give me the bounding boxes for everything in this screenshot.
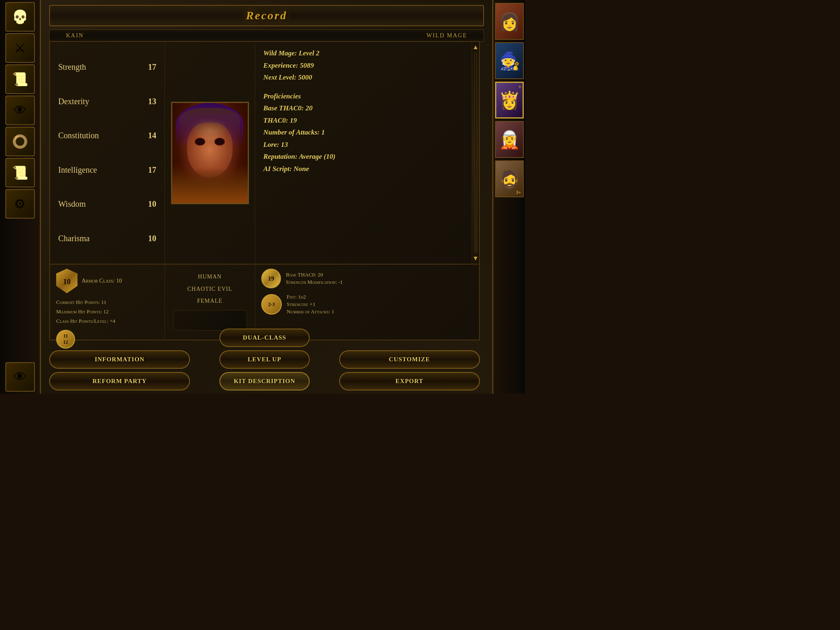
main-content: Record KAIN WILD MAGE Strength 17 Dexter… — [41, 0, 492, 394]
experience: Experience: 5089 — [263, 60, 463, 71]
left-sidebar: 💀 ⚔ 📜 👁 ⭕ 📜 ⚙ 👁 — [0, 0, 41, 394]
upper-panel: Strength 17 Dexterity 13 Constitution 14… — [49, 41, 480, 265]
charisma-row: Charisma 10 — [58, 231, 156, 246]
info-gap — [263, 84, 463, 89]
skull-icon: 💀 — [12, 9, 28, 25]
sidebar-icon-eye[interactable]: 👁 — [5, 96, 35, 125]
ai-script: AI Script: None — [263, 164, 463, 174]
buttons-area: INFORMATION REFORM PARTY DUAL-CLASS LEVE… — [49, 329, 480, 390]
portrait-inner — [172, 103, 248, 203]
weapon-attacks: Number of Attacks: 1 — [287, 308, 334, 315]
sidebar-icon-scroll1[interactable]: 📜 — [5, 64, 35, 94]
constitution-row: Constitution 14 — [58, 128, 156, 143]
right-buttons: CUSTOMIZE EXPORT — [339, 350, 480, 390]
num-attacks: Number of Attacks: 1 — [263, 127, 463, 138]
record-title: Record — [58, 9, 475, 22]
information-button[interactable]: INFORMATION — [49, 350, 190, 369]
left-buttons: INFORMATION REFORM PARTY — [49, 350, 190, 390]
sidebar-icon-gear[interactable]: ⚙ — [5, 189, 35, 219]
gender-label: FEMALE — [197, 298, 223, 304]
sidebar-icon-scroll2[interactable]: 📜 — [5, 158, 35, 187]
thac0-section: 19 Base THAC0: 20 Strength Modification:… — [261, 269, 473, 288]
armor-class-value: 10 — [63, 278, 71, 286]
weapon-info: Fist: 1d2 Strength: +1 Number of Attacks… — [287, 293, 334, 316]
strength-row: Strength 17 — [58, 60, 156, 74]
character-portrait[interactable] — [171, 102, 249, 204]
thac0-badge: 19 — [261, 269, 281, 288]
dexterity-label: Dexterity — [58, 97, 89, 106]
proficiencies: Proficiencies — [263, 91, 463, 102]
class-hp: Class Hit Points/Level: +4 — [56, 317, 158, 325]
race-label: HUMAN — [198, 274, 222, 280]
max-hp: Maximum Hit Points: 12 — [56, 308, 158, 315]
constitution-label: Constitution — [58, 131, 99, 140]
wisdom-label: Wisdom — [58, 199, 86, 209]
scroll-icon: 📜 — [12, 71, 28, 87]
next-level: Next Level: 5000 — [263, 72, 463, 83]
portrait-glow — [172, 163, 248, 203]
eye-icon: 👁 — [14, 103, 27, 118]
thac0-info: Base THAC0: 20 Strength Modification: -1 — [286, 271, 343, 286]
base-thac0: Base THAC0: 20 — [263, 103, 463, 114]
portrait-slot-1[interactable]: 👩 — [495, 3, 524, 40]
character-name: KAIN — [66, 32, 84, 39]
dual-class-button[interactable]: DUAL-CLASS — [219, 329, 310, 347]
reputation: Reputation: Average (10) — [263, 151, 463, 162]
mask-icon: 👁 — [14, 370, 27, 385]
export-button[interactable]: EXPORT — [339, 372, 480, 390]
portrait-slot-4[interactable]: 🧝 — [495, 121, 524, 158]
wisdom-row: Wisdom 10 — [58, 197, 156, 211]
armor-class-label: Armor Class: 10 — [82, 277, 122, 285]
scroll2-icon: 📜 — [12, 165, 28, 180]
crossed-swords-icon: ⚔ — [14, 40, 26, 56]
sidebar-icon-crossed-swords[interactable]: ⚔ — [5, 33, 35, 63]
fist-label: Fist: 1d2 — [287, 293, 334, 301]
dexterity-row: Dexterity 13 — [58, 94, 156, 109]
wisdom-value: 10 — [140, 199, 156, 209]
gear-icon: ⚙ — [14, 196, 26, 212]
charisma-label: Charisma — [58, 234, 90, 243]
level-up-button[interactable]: LEVEL UP — [219, 350, 310, 369]
constitution-value: 14 — [140, 131, 156, 140]
center-buttons: DUAL-CLASS LEVEL UP KIT DESCRIPTION — [194, 329, 335, 390]
intelligence-label: Intelligence — [58, 165, 97, 175]
portrait-slot-5[interactable]: 🧔3+ — [495, 160, 524, 197]
portrait-slot-2[interactable]: 🧙 — [495, 42, 524, 79]
armor-class-section: 10 Armor Class: 10 — [56, 269, 158, 293]
char-info-column: Wild Mage: Level 2 Experience: 5089 Next… — [255, 42, 472, 264]
sidebar-icon-skull[interactable]: 💀 — [5, 2, 35, 32]
title-bar: Record — [49, 5, 484, 26]
thac0-badge-value: 19 — [268, 275, 274, 282]
right-sidebar: 👩 🧙 👸 + 🧝 🧔3+ — [492, 0, 525, 394]
dexterity-value: 13 — [140, 97, 156, 106]
scroll-down-arrow[interactable]: ▼ — [472, 255, 479, 262]
weapon-range-value: 2-3 — [268, 301, 275, 308]
stats-container: Strength 17 Dexterity 13 Constitution 14… — [49, 41, 480, 340]
lore: Lore: 13 — [263, 139, 463, 150]
thac0: THAC0: 19 — [263, 115, 463, 126]
weapon-section: 2-3 Fist: 1d2 Strength: +1 Number of Att… — [261, 293, 473, 316]
portrait-slot-3[interactable]: 👸 + — [495, 82, 524, 119]
weapon-badge: 2-3 — [261, 294, 282, 315]
intelligence-row: Intelligence 17 — [58, 163, 156, 177]
center-portrait-slot — [173, 310, 247, 331]
current-hp: Current Hit Points: 11 — [56, 299, 158, 306]
scroll-up-arrow[interactable]: ▲ — [472, 43, 479, 51]
class-level: Wild Mage: Level 2 — [263, 48, 463, 59]
kit-description-button[interactable]: KIT DESCRIPTION — [219, 372, 310, 390]
intelligence-value: 17 — [140, 165, 156, 175]
reform-party-button[interactable]: REFORM PARTY — [49, 372, 190, 390]
attributes-column: Strength 17 Dexterity 13 Constitution 14… — [50, 42, 165, 264]
character-class: WILD MAGE — [427, 32, 467, 39]
name-class-bar: KAIN WILD MAGE — [49, 30, 484, 42]
sidebar-icon-ring[interactable]: ⭕ — [5, 127, 35, 156]
customize-button[interactable]: CUSTOMIZE — [339, 350, 480, 369]
sidebar-icon-mask[interactable]: 👁 — [5, 362, 35, 392]
base-thac0-lower: Base THAC0: 20 — [286, 271, 343, 278]
charisma-value: 10 — [140, 234, 156, 243]
scroll-decoration: ▲ ▼ — [472, 42, 479, 264]
scroll-track — [475, 52, 477, 253]
ring-icon: ⭕ — [12, 134, 28, 149]
portrait-area — [165, 42, 255, 264]
str-mod-label: Strength Modification: -1 — [286, 278, 343, 286]
